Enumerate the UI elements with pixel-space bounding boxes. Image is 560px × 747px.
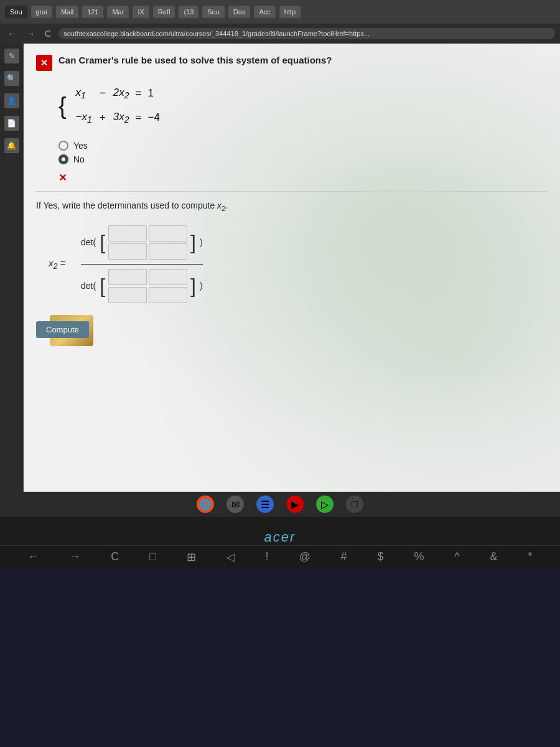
tab-sou2[interactable]: Sou [202, 6, 225, 18]
tab-acc[interactable]: Acc [254, 6, 275, 18]
eq-equals2: = [133, 106, 144, 129]
eq-val1: 1 [145, 82, 162, 105]
sidebar-icon-doc[interactable]: 📄 [4, 116, 19, 131]
eq-minus1: − [96, 82, 110, 105]
den-cell-r2c1[interactable] [108, 287, 147, 303]
eq-val2: −4 [145, 106, 162, 129]
kb-at-icon: @ [299, 550, 310, 563]
tab-mail[interactable]: Mail [56, 6, 78, 18]
num-cell-r2c2[interactable] [149, 243, 187, 260]
back-button[interactable]: ← [5, 27, 19, 40]
equation-table: x1 − 2x2 = 1 −x1 + 3x2 = −4 [72, 81, 163, 131]
browser-tab-bar: Sou grai Mail 121 Mar IX Refl (13 Sou Da… [0, 0, 560, 24]
tab-label: Refl [158, 8, 170, 16]
tab-mar[interactable]: Mar [107, 6, 129, 18]
radio-yes-option[interactable]: Yes [58, 141, 548, 151]
kb-dollar-icon: $ [378, 550, 384, 563]
sidebar-icon-bell[interactable]: 🔔 [4, 138, 19, 153]
brace-symbol: { [58, 93, 67, 119]
rparen-num: ) [200, 237, 203, 247]
eq-plus: + [96, 106, 110, 129]
tab-label: Mar [112, 8, 124, 16]
den-cell-r2c2[interactable] [149, 287, 187, 303]
kb-amp-icon: & [490, 550, 498, 563]
tab-ix[interactable]: IX [133, 6, 149, 18]
den-matrix-wrap: [ ] [100, 267, 196, 305]
laptop-body: acer [0, 517, 560, 545]
tab-label: Sou [10, 8, 22, 16]
compute-button[interactable]: Compute [36, 321, 89, 338]
eq-2x2: 2x2 [111, 82, 132, 105]
num-matrix-wrap: [ ] [100, 223, 196, 261]
kb-refresh-icon[interactable]: C [111, 550, 119, 563]
tab-13[interactable]: (13 [179, 6, 198, 18]
main-layout: ✎ 🔍 👤 📄 🔔 ✕ Can Cramer's rule be used to… [0, 44, 560, 492]
close-button[interactable]: ✕ [36, 55, 52, 71]
den-cell-r1c1[interactable] [108, 269, 147, 285]
left-sidebar: ✎ 🔍 👤 📄 🔔 [0, 44, 24, 492]
tray-icon-terminal[interactable]: □ [346, 496, 363, 513]
tab-http[interactable]: http [279, 6, 301, 18]
kb-back-icon[interactable]: ← [27, 550, 39, 563]
kb-star-icon: * [528, 550, 533, 563]
tab-label: Sou [207, 8, 220, 16]
eq-3x2: 3x2 [111, 106, 132, 129]
det-instruction: If Yes, write the determinants used to c… [36, 200, 548, 212]
bracket-right-den: ] [190, 267, 196, 305]
den-matrix-inputs [106, 267, 189, 305]
kb-forward-icon[interactable]: → [69, 550, 80, 563]
fraction-bar [81, 264, 203, 265]
content-wrapper: ✕ Can Cramer's rule be used to solve thi… [36, 54, 548, 338]
num-cell-r1c1[interactable] [108, 225, 147, 242]
kb-rect-icon[interactable]: □ [149, 550, 156, 563]
forward-button[interactable]: → [24, 27, 37, 40]
num-cell-r2c1[interactable] [108, 243, 147, 260]
kb-hash-icon: # [341, 550, 347, 563]
bracket-right-num: ] [190, 223, 196, 261]
equation-row-2: −x1 + 3x2 = −4 [73, 106, 162, 129]
eq-equals1: = [133, 82, 144, 105]
tab-active[interactable]: Sou [5, 6, 27, 18]
num-cell-r1c2[interactable] [149, 225, 187, 242]
sidebar-icon-search[interactable]: 🔍 [4, 71, 19, 86]
bracket-left-num: [ [100, 223, 105, 261]
kb-vol-icon[interactable]: ◁ [226, 550, 235, 564]
x2-fraction-layout: x2 = det( [ [49, 223, 548, 305]
tray-icon-files[interactable]: ☰ [256, 496, 274, 513]
question-header: ✕ Can Cramer's rule be used to solve thi… [36, 54, 548, 71]
radio-no-circle[interactable] [58, 154, 68, 164]
tab-grai[interactable]: grai [31, 6, 52, 18]
tab-refl[interactable]: Refl [153, 6, 175, 18]
address-bar: ← → C [0, 24, 560, 44]
tab-label: Mail [61, 8, 73, 16]
radio-no-option[interactable]: No [58, 154, 548, 164]
address-input[interactable] [58, 28, 555, 39]
tab-das[interactable]: Das [228, 6, 251, 18]
rparen-den: ) [200, 281, 203, 291]
den-cell-r1c2[interactable] [149, 269, 187, 285]
tray-icon-chrome[interactable]: 🌐 [197, 496, 214, 513]
radio-yes-circle[interactable] [58, 141, 68, 151]
equation-row-1: x1 − 2x2 = 1 [73, 82, 162, 105]
section-divider [36, 191, 548, 192]
x2-label: x2 = [49, 258, 73, 271]
tab-label: (13 [184, 8, 194, 16]
determinant-section: If Yes, write the determinants used to c… [36, 200, 548, 338]
tab-label: grai [36, 8, 47, 16]
incorrect-mark: ✕ [58, 172, 548, 184]
num-matrix-inputs [106, 223, 189, 261]
fraction-denominator: det( [ ] ) [81, 267, 203, 305]
tray-icon-mail[interactable]: ✉ [226, 496, 244, 513]
sidebar-icon-user[interactable]: 👤 [4, 93, 19, 108]
radio-yes-label: Yes [73, 141, 88, 151]
tab-121[interactable]: 121 [82, 6, 103, 18]
radio-no-label: No [73, 154, 85, 164]
tray-icon-youtube[interactable]: ▶ [286, 496, 304, 513]
det-label-den: det( [81, 281, 96, 291]
sidebar-icon-pencil[interactable]: ✎ [4, 49, 19, 63]
keyboard-bottom-bar: ← → C □ ⊞ ◁ ! @ # $ % ^ & * [0, 545, 560, 568]
refresh-button[interactable]: C [42, 27, 54, 40]
kb-win-icon[interactable]: ⊞ [187, 550, 196, 564]
fraction-numerator: det( [ ] ) [81, 223, 203, 261]
tray-icon-play[interactable]: ▷ [316, 496, 334, 513]
